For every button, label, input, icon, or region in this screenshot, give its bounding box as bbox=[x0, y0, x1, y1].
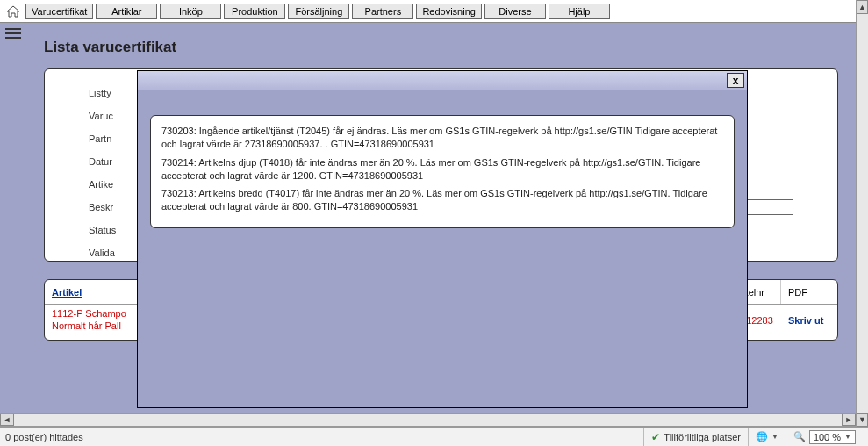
menu-redovisning[interactable]: Redovisning bbox=[416, 4, 482, 19]
scroll-track[interactable] bbox=[14, 414, 842, 426]
dialog-body: 730203: Ingående artikel/tjänst (T2045) … bbox=[150, 115, 735, 228]
col-artikel[interactable]: Artikel bbox=[45, 280, 141, 304]
scroll-down-icon[interactable]: ▼ bbox=[857, 413, 868, 427]
left-gutter bbox=[0, 23, 26, 413]
chevron-down-icon: ▼ bbox=[844, 433, 851, 441]
col-pdf: PDF bbox=[781, 280, 837, 304]
scroll-right-icon[interactable]: ► bbox=[842, 414, 856, 426]
status-found: 0 post(er) hittades bbox=[5, 432, 83, 442]
dialog-close-button[interactable]: x bbox=[727, 73, 744, 88]
vertical-scrollbar[interactable]: ▲ ▼ bbox=[856, 0, 868, 427]
zoom-icon: 🔍 bbox=[793, 431, 806, 442]
label-varuc: Varuc bbox=[89, 111, 113, 121]
home-icon[interactable] bbox=[4, 4, 23, 19]
label-datum: Datur bbox=[89, 156, 112, 167]
menu-varucertifikat[interactable]: Varucertifikat bbox=[25, 4, 93, 19]
status-zoom[interactable]: 🔍 100 % ▼ bbox=[786, 428, 863, 446]
dialog-titlebar: x bbox=[138, 71, 747, 90]
page-title: Lista varucertifikat bbox=[26, 23, 856, 68]
menu-partners[interactable]: Partners bbox=[352, 4, 413, 19]
error-dialog: x 730203: Ingående artikel/tjänst (T2045… bbox=[137, 70, 748, 408]
cell-pdf[interactable]: Skriv ut bbox=[781, 315, 837, 326]
status-trusted: ✔ Tillförlitliga platser bbox=[643, 428, 748, 446]
label-beskr: Beskr bbox=[89, 202, 113, 212]
globe-icon: 🌐 bbox=[756, 431, 768, 442]
scroll-track[interactable] bbox=[857, 14, 868, 413]
zoom-value: 100 % bbox=[814, 432, 841, 442]
menu-diverse[interactable]: Diverse bbox=[484, 4, 546, 19]
menu-hjalp[interactable]: Hjälp bbox=[549, 4, 610, 19]
cell-artikel[interactable]: 1112-P Schampo Normalt hår Pall bbox=[45, 308, 141, 333]
menu-produktion[interactable]: Produktion bbox=[224, 4, 285, 19]
scroll-left-icon[interactable]: ◄ bbox=[0, 414, 14, 426]
menu-inkop[interactable]: Inköp bbox=[160, 4, 221, 19]
error-message: 730213: Artikelns bredd (T4017) får inte… bbox=[161, 187, 723, 213]
menu-artiklar[interactable]: Artiklar bbox=[96, 4, 157, 19]
error-message: 730203: Ingående artikel/tjänst (T2045) … bbox=[161, 125, 723, 151]
status-trusted-label: Tillförlitliga platser bbox=[664, 432, 741, 442]
menu-bar: Varucertifikat Artiklar Inköp Produktion… bbox=[0, 0, 856, 23]
chevron-down-icon: ▼ bbox=[771, 433, 778, 441]
status-bar: 0 post(er) hittades ✔ Tillförlitliga pla… bbox=[0, 427, 868, 446]
label-listtyp: Listty bbox=[89, 88, 111, 98]
status-security[interactable]: 🌐 ▼ bbox=[748, 428, 786, 446]
menu-forsaljning[interactable]: Försäljning bbox=[288, 4, 349, 19]
label-valida: Valida bbox=[89, 248, 115, 258]
hamburger-icon[interactable] bbox=[5, 28, 21, 39]
error-message: 730214: Artikelns djup (T4018) får inte … bbox=[161, 156, 723, 183]
label-status: Status bbox=[89, 225, 116, 235]
check-icon: ✔ bbox=[651, 431, 660, 443]
scroll-up-icon[interactable]: ▲ bbox=[857, 0, 868, 14]
label-artike: Artike bbox=[89, 179, 113, 190]
label-partn: Partn bbox=[89, 133, 111, 144]
horizontal-scrollbar[interactable]: ◄ ► bbox=[0, 413, 856, 427]
